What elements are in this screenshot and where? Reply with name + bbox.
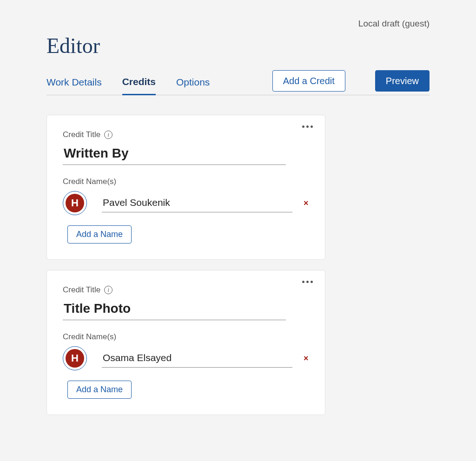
credit-title-input[interactable] <box>63 142 286 165</box>
preview-button[interactable]: Preview <box>375 70 430 92</box>
credit-names-label: Credit Name(s) <box>63 332 309 342</box>
avatar-ring[interactable]: H <box>63 346 87 370</box>
avatar: H <box>66 194 84 212</box>
add-credit-button[interactable]: Add a Credit <box>272 70 345 92</box>
credit-name-row: H × <box>63 346 309 370</box>
info-icon[interactable]: i <box>104 131 112 139</box>
tab-work-details[interactable]: Work Details <box>46 72 102 94</box>
credit-title-label-text: Credit Title <box>63 285 100 295</box>
tab-options[interactable]: Options <box>176 72 210 94</box>
credit-title-input[interactable] <box>63 297 286 320</box>
remove-name-icon[interactable]: × <box>304 198 309 208</box>
tabs-row: Work Details Credits Options Add a Credi… <box>46 71 430 95</box>
credit-card: Credit Title i Credit Name(s) H × Add a … <box>46 270 325 415</box>
more-menu-icon[interactable] <box>302 125 313 128</box>
tab-credits[interactable]: Credits <box>122 71 156 95</box>
status-text: Local draft (guest) <box>46 19 430 29</box>
credit-title-label: Credit Title i <box>63 285 309 295</box>
credit-card: Credit Title i Credit Name(s) H × Add a … <box>46 115 325 260</box>
info-icon[interactable]: i <box>104 286 112 294</box>
page-title: Editor <box>46 33 430 58</box>
credit-title-label-text: Credit Title <box>63 130 100 139</box>
credit-name-input[interactable] <box>102 349 292 368</box>
add-name-button[interactable]: Add a Name <box>67 225 132 244</box>
avatar-ring[interactable]: H <box>63 191 87 215</box>
credit-names-label: Credit Name(s) <box>63 177 309 186</box>
remove-name-icon[interactable]: × <box>304 354 309 363</box>
avatar: H <box>66 349 84 368</box>
credit-title-label: Credit Title i <box>63 130 309 139</box>
add-name-button[interactable]: Add a Name <box>67 381 132 399</box>
credit-name-row: H × <box>63 191 309 215</box>
more-menu-icon[interactable] <box>302 281 313 283</box>
credit-name-input[interactable] <box>102 194 292 212</box>
